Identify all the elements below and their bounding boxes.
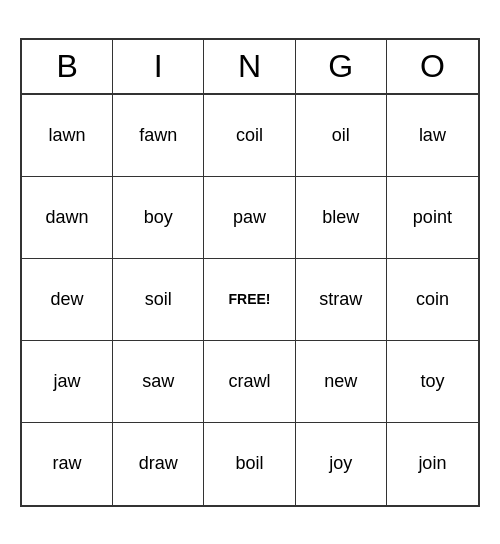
bingo-cell-r3-c4: toy bbox=[387, 341, 478, 423]
bingo-cell-r1-c1: boy bbox=[113, 177, 204, 259]
header-letter-b: B bbox=[22, 40, 113, 93]
bingo-cell-r2-c1: soil bbox=[113, 259, 204, 341]
bingo-cell-r0-c0: lawn bbox=[22, 95, 113, 177]
header-letter-i: I bbox=[113, 40, 204, 93]
bingo-cell-r1-c0: dawn bbox=[22, 177, 113, 259]
bingo-cell-r2-c2: FREE! bbox=[204, 259, 295, 341]
bingo-cell-r0-c4: law bbox=[387, 95, 478, 177]
bingo-cell-r0-c1: fawn bbox=[113, 95, 204, 177]
bingo-cell-r0-c2: coil bbox=[204, 95, 295, 177]
header-letter-n: N bbox=[204, 40, 295, 93]
bingo-cell-r4-c4: join bbox=[387, 423, 478, 505]
bingo-cell-r3-c2: crawl bbox=[204, 341, 295, 423]
bingo-cell-r3-c0: jaw bbox=[22, 341, 113, 423]
bingo-cell-r2-c0: dew bbox=[22, 259, 113, 341]
bingo-cell-r1-c2: paw bbox=[204, 177, 295, 259]
header-letter-g: G bbox=[296, 40, 387, 93]
bingo-grid: lawnfawncoiloillawdawnboypawblewpointdew… bbox=[22, 95, 478, 505]
bingo-cell-r2-c3: straw bbox=[296, 259, 387, 341]
bingo-cell-r3-c1: saw bbox=[113, 341, 204, 423]
bingo-cell-r1-c3: blew bbox=[296, 177, 387, 259]
bingo-cell-r4-c0: raw bbox=[22, 423, 113, 505]
bingo-cell-r4-c3: joy bbox=[296, 423, 387, 505]
bingo-header: BINGO bbox=[22, 40, 478, 95]
bingo-card: BINGO lawnfawncoiloillawdawnboypawblewpo… bbox=[20, 38, 480, 507]
bingo-cell-r0-c3: oil bbox=[296, 95, 387, 177]
bingo-cell-r4-c2: boil bbox=[204, 423, 295, 505]
bingo-cell-r2-c4: coin bbox=[387, 259, 478, 341]
bingo-cell-r4-c1: draw bbox=[113, 423, 204, 505]
header-letter-o: O bbox=[387, 40, 478, 93]
bingo-cell-r3-c3: new bbox=[296, 341, 387, 423]
bingo-cell-r1-c4: point bbox=[387, 177, 478, 259]
